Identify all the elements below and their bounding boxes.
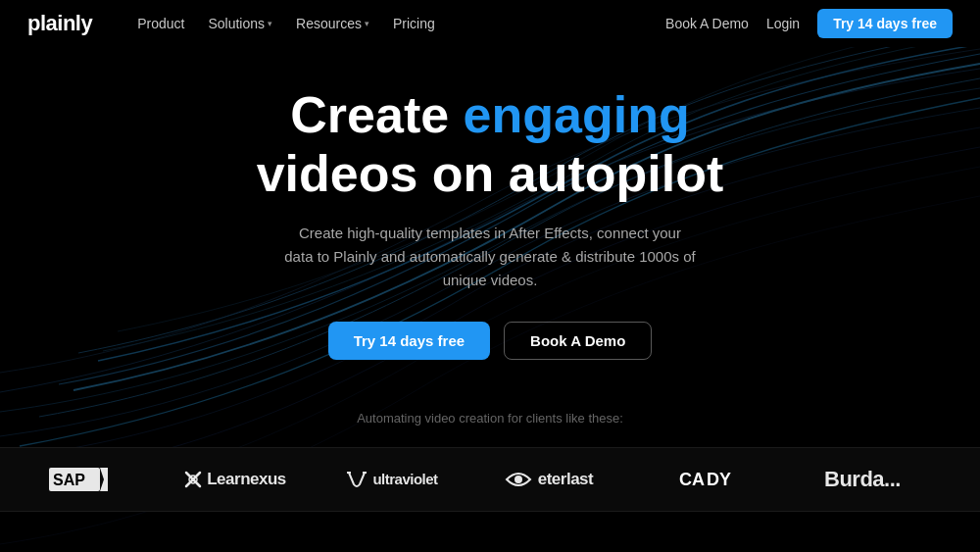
logo-learnexus: Learnexus [157,470,314,489]
brand-logo[interactable]: plainly [27,11,92,36]
logos-section: Automating video creation for clients li… [0,411,980,512]
book-demo-link[interactable]: Book A Demo [665,16,749,31]
svg-point-9 [514,476,522,483]
hero-title: Create engaging videos on autopilot [257,86,724,204]
login-link[interactable]: Login [766,16,800,31]
nav-right: Book A Demo Login Try 14 days free [665,9,953,38]
logo-sap-2: SAP [941,464,980,495]
logo-sap: SAP [0,464,157,495]
nav-cta-button[interactable]: Try 14 days free [817,9,953,38]
nav-item-product[interactable]: Product [127,12,194,35]
hero-buttons: Try 14 days free Book A Demo [328,322,653,360]
logo-ultraviolet: ultraviolet [314,471,470,488]
chevron-down-icon: ▾ [268,19,272,28]
nav-item-pricing[interactable]: Pricing [383,12,445,35]
logos-label: Automating video creation for clients li… [0,411,980,426]
hero-cta-secondary[interactable]: Book A Demo [504,322,652,360]
logo-burda: Burda... [784,467,941,492]
nav-item-solutions[interactable]: Solutions ▾ [198,12,282,35]
logo-cady: CA DY [627,471,784,488]
logos-strip: SAP Learnexus [0,447,980,512]
svg-marker-3 [100,468,108,491]
hero-cta-primary[interactable]: Try 14 days free [328,322,490,360]
chevron-down-icon: ▾ [365,19,369,28]
svg-text:SAP: SAP [53,472,85,488]
logo-eterlast: eterlast [470,470,627,489]
hero-section: Create engaging videos on autopilot Crea… [0,86,980,360]
navbar: plainly Product Solutions ▾ Resources ▾ … [0,0,980,47]
nav-item-resources[interactable]: Resources ▾ [286,12,379,35]
nav-links: Product Solutions ▾ Resources ▾ Pricing [127,12,665,35]
hero-subtitle: Create high-quality templates in After E… [284,222,696,292]
